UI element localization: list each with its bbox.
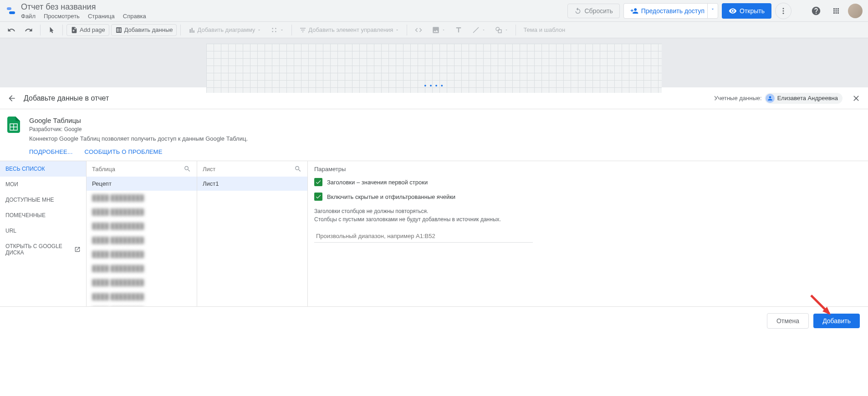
report-issue-link[interactable]: СООБЩИТЬ О ПРОБЛЕМЕ [85, 148, 163, 155]
line-button[interactable] [468, 24, 489, 36]
redo-button[interactable] [21, 24, 36, 36]
image-button[interactable] [428, 24, 449, 36]
google-sheets-icon [7, 117, 22, 155]
add-chart-button[interactable]: Добавить диаграмму [184, 25, 265, 36]
filter-icon [299, 26, 306, 34]
credentials-chip[interactable]: Елизавета Андреевна [765, 93, 842, 104]
spreadsheet-search-input[interactable] [92, 166, 184, 173]
option-include-hidden[interactable]: Включить скрытые и отфильтрованные ячейк… [314, 193, 862, 201]
close-button[interactable] [852, 94, 861, 103]
spreadsheet-row[interactable]: ████ ████████ [87, 247, 197, 261]
theme-label: Тема и шаблон [523, 26, 565, 33]
add-data-icon [115, 26, 123, 34]
arrow-left-icon [7, 94, 16, 103]
apps-button[interactable] [828, 3, 844, 19]
spreadsheet-row[interactable]: ████ ████████ [87, 233, 197, 247]
checkbox-checked-icon [314, 193, 322, 201]
search-icon[interactable] [184, 165, 191, 173]
apps-icon [832, 7, 840, 15]
worksheet-search-input[interactable] [203, 166, 294, 173]
svg-point-4 [783, 12, 784, 14]
svg-point-6 [275, 28, 276, 29]
add-page-label: Add page [80, 26, 105, 33]
source-nav-item-1[interactable]: МОИ [0, 177, 86, 192]
help-icon [811, 6, 821, 16]
menu-file[interactable]: Файл [21, 13, 36, 20]
checkbox-checked-icon [314, 178, 322, 186]
spreadsheet-row[interactable]: ████ ████████ [87, 191, 197, 205]
search-icon[interactable] [294, 165, 302, 173]
spreadsheet-row[interactable]: ████ ████████ [87, 275, 197, 289]
eye-icon [729, 7, 737, 15]
menu-view[interactable]: Просмотреть [44, 13, 80, 20]
add-control-label: Добавить элемент управления [308, 26, 393, 33]
menu-page[interactable]: Страница [88, 13, 115, 20]
community-button[interactable] [267, 25, 288, 36]
svg-point-7 [272, 31, 274, 32]
worksheet-row[interactable]: Лист1 [197, 177, 307, 191]
worksheet-column: Лист1 [197, 161, 308, 306]
share-dropdown[interactable] [707, 3, 718, 19]
option-hidden-label: Включить скрытые и отфильтрованные ячейк… [327, 193, 455, 200]
source-nav-item-0[interactable]: ВЕСЬ СПИСОК [0, 161, 86, 177]
reset-button[interactable]: Сбросить [567, 4, 619, 18]
more-options-button[interactable] [775, 3, 791, 19]
back-button[interactable] [7, 94, 16, 103]
text-button[interactable] [451, 24, 466, 36]
source-nav-item-4[interactable]: URL [0, 223, 86, 239]
open-label: Открыть [740, 7, 765, 15]
source-nav-item-3[interactable]: ПОМЕЧЕННЫЕ [0, 208, 86, 223]
svg-rect-1 [9, 11, 15, 14]
add-control-button[interactable]: Добавить элемент управления [296, 25, 403, 36]
code-icon [414, 26, 423, 34]
connector-description: Коннектор Google Таблиц позволяет получи… [29, 135, 248, 142]
menu-help[interactable]: Справка [123, 13, 146, 20]
canvas-area: • • • • [0, 38, 868, 87]
data-selection-area: ВЕСЬ СПИСОКМОИДОСТУПНЫЕ МНЕПОМЕЧЕННЫЕURL… [0, 161, 868, 306]
spreadsheet-row[interactable]: ████ ████████ [87, 205, 197, 219]
undo-button[interactable] [4, 24, 19, 36]
spreadsheet-row[interactable]: ████ ████████ [87, 261, 197, 275]
cancel-button[interactable]: Отмена [767, 313, 809, 329]
shape-icon [495, 26, 503, 34]
spreadsheet-row[interactable]: Рецепт [87, 177, 197, 191]
add-data-button[interactable]: Добавить данные [111, 24, 177, 36]
doc-title[interactable]: Отчет без названия [21, 2, 567, 12]
svg-rect-0 [7, 7, 11, 10]
source-nav-item-5[interactable]: ОТКРЫТЬ С GOOGLE ДИСКА [0, 239, 86, 260]
credentials-label: Учетные данные: [714, 95, 762, 102]
embed-button[interactable] [411, 24, 426, 36]
chevron-down-icon [505, 28, 508, 32]
source-nav-item-2[interactable]: ДОСТУПНЫЕ МНЕ [0, 192, 86, 208]
shape-button[interactable] [491, 24, 512, 36]
theme-button[interactable]: Тема и шаблон [520, 25, 569, 35]
image-icon [432, 26, 440, 34]
chevron-down-icon [442, 28, 445, 32]
params-note: Заголовки столбцов не должны повторяться… [314, 207, 862, 223]
add-page-button[interactable]: Add page [66, 24, 109, 36]
spreadsheet-row[interactable]: ████ ████████ [87, 289, 197, 304]
open-button[interactable]: Открыть [722, 3, 771, 19]
option-first-row-headers[interactable]: Заголовки – значения первой строки [314, 178, 862, 186]
learn-more-link[interactable]: ПОДРОБНЕЕ... [29, 148, 73, 155]
svg-point-8 [275, 31, 276, 32]
add-page-icon [71, 26, 78, 34]
help-button[interactable] [808, 3, 824, 19]
panel-drag-handle[interactable]: • • • • [424, 82, 444, 89]
connector-info: Google Таблицы Разработчик: Google Конне… [0, 109, 868, 161]
spreadsheet-row[interactable]: ████ ████████ [87, 219, 197, 233]
user-avatar[interactable] [848, 4, 863, 18]
spreadsheet-column: Рецепт████ ████████████ ████████████ ███… [87, 161, 197, 306]
pointer-button[interactable] [44, 25, 59, 36]
connector-title: Google Таблицы [29, 117, 248, 124]
annotation-arrow-icon [809, 293, 836, 320]
reset-label: Сбросить [584, 7, 613, 15]
undo-icon [574, 7, 582, 15]
svg-point-9 [496, 27, 500, 31]
menu-bar: Файл Просмотреть Страница Справка [21, 13, 567, 20]
chevron-down-icon [257, 28, 261, 32]
svg-point-3 [783, 10, 784, 11]
credentials-user: Елизавета Андреевна [777, 95, 838, 102]
share-button[interactable]: Предоставить доступ [623, 3, 711, 19]
custom-range-input[interactable] [314, 230, 533, 243]
